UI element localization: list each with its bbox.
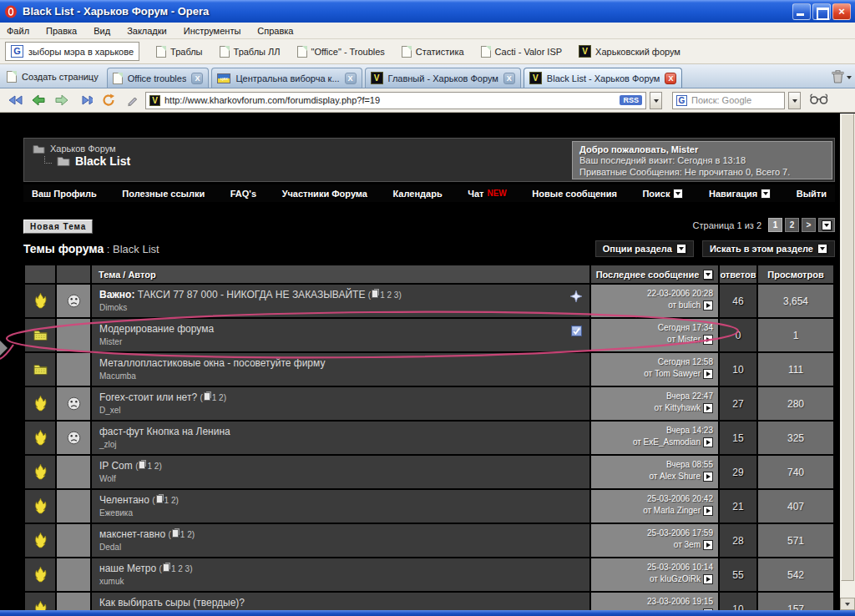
page-button-1[interactable]: 1 <box>768 218 782 232</box>
tab-close-icon[interactable]: X <box>191 73 203 84</box>
topic-title-link[interactable]: Модерирование форума <box>99 323 214 335</box>
fast-forward-button[interactable] <box>75 91 95 109</box>
tab-close-icon[interactable]: X <box>665 73 676 84</box>
last-post-author[interactable]: от kIuGzOiRk <box>650 573 701 585</box>
topic-title-link[interactable]: фаст-фут Кнопка на Ленина <box>99 426 230 437</box>
tab[interactable]: VГлавный - Харьков ФорумX <box>365 68 521 88</box>
trash-dropdown-arrow[interactable] <box>847 76 852 82</box>
last-post-author[interactable]: от bulich <box>668 300 701 311</box>
rss-badge[interactable]: RSS <box>620 95 642 105</box>
menu-item-Закладки[interactable]: Закладки <box>127 26 167 36</box>
forum-nav-Поиск[interactable]: Поиск <box>642 189 683 199</box>
last-post-author[interactable]: от 3em <box>674 539 701 551</box>
forum-nav-Новые сообщения[interactable]: Новые сообщения <box>532 189 617 199</box>
go-to-last-post-icon[interactable] <box>703 403 713 413</box>
bookmark-item[interactable]: Траблы <box>156 46 202 58</box>
menu-item-Файл[interactable]: Файл <box>7 26 29 36</box>
forward-button[interactable] <box>52 91 72 109</box>
tab[interactable]: Office troublesX <box>107 68 210 88</box>
topic-author[interactable]: _zloj <box>99 440 568 449</box>
pagination-dropdown-button[interactable] <box>818 218 835 232</box>
url-field[interactable]: V http://www.kharkovforum.com/forumdispl… <box>145 92 646 109</box>
topic-author[interactable]: Ежевика <box>99 508 568 518</box>
topic-author[interactable]: Wolf <box>99 474 568 483</box>
tab-close-icon[interactable]: X <box>345 73 357 84</box>
topic-title-link[interactable]: IP Com <box>99 460 133 472</box>
last-post-author[interactable]: от ExE_Asmodian <box>633 437 701 448</box>
edit-pencil-icon[interactable] <box>122 91 142 109</box>
menu-item-Справка[interactable]: Справка <box>257 26 293 36</box>
breadcrumb-parent[interactable]: Харьков Форум <box>50 144 116 154</box>
bookmark-item[interactable]: Статистика <box>402 46 464 58</box>
last-post-author[interactable]: от Alex Shure <box>649 471 701 482</box>
topic-author[interactable]: xumuk <box>99 577 568 586</box>
search-field[interactable]: G Поиск: Google <box>672 92 785 109</box>
page-button->[interactable]: > <box>802 218 816 232</box>
go-to-last-post-icon[interactable] <box>703 540 713 550</box>
go-to-last-post-icon[interactable] <box>703 506 713 516</box>
last-post-author[interactable]: от Tom Sawyer <box>644 368 701 380</box>
topic-title-link[interactable]: макснет-гавно <box>99 528 165 540</box>
rewind-button[interactable] <box>5 91 25 109</box>
topic-title-link[interactable]: Металлопластиковые окна - посоветуйте фи… <box>99 357 325 369</box>
header-topic-author[interactable]: Тема / Автор <box>92 265 589 283</box>
header-replies[interactable]: ответов <box>720 265 756 283</box>
trash-icon[interactable] <box>832 70 844 83</box>
topic-title-link[interactable]: ТАКСИ 77 87 000 - НИКОГДА НЕ ЗАКАЗЫВАЙТЕ <box>138 289 366 300</box>
last-post-author[interactable]: от Mister <box>667 334 701 346</box>
last-post-author[interactable]: от Kittyhawk <box>655 402 701 414</box>
tab-close-icon[interactable]: X <box>503 73 515 84</box>
header-last-post[interactable]: Последнее сообщение <box>591 265 718 283</box>
menu-item-Вид[interactable]: Вид <box>94 26 110 36</box>
forum-nav-Навигация[interactable]: Навигация <box>709 189 771 199</box>
tab[interactable]: цвкЦентральна виборча к...X <box>211 68 362 88</box>
topic-author[interactable]: D_xel <box>99 406 568 415</box>
forum-nav-Ваш Профиль[interactable]: Ваш Профиль <box>32 189 97 199</box>
new-topic-button[interactable]: Новая Тема <box>23 220 93 234</box>
go-to-last-post-icon[interactable] <box>703 335 713 345</box>
forum-nav-Выйти[interactable]: Выйти <box>797 189 827 199</box>
tab-active[interactable]: VBlack List - Харьков ФорумX <box>524 68 683 88</box>
last-post-author[interactable]: от Marla Zinger <box>643 505 701 517</box>
menu-item-Инструменты[interactable]: Инструменты <box>184 26 241 36</box>
maximize-button[interactable] <box>812 3 831 20</box>
go-to-last-post-icon[interactable] <box>703 574 713 584</box>
scrollbar-thumb[interactable] <box>841 114 854 581</box>
bookmark-item[interactable]: Gзыборы мэра в харькове <box>5 42 139 61</box>
go-to-last-post-icon[interactable] <box>703 472 713 482</box>
topic-author[interactable]: Dimoks <box>99 303 568 312</box>
page-button-2[interactable]: 2 <box>785 218 799 232</box>
vertical-scrollbar[interactable] <box>840 114 855 610</box>
panel-toggle-arrow[interactable] <box>0 341 8 356</box>
go-to-last-post-icon[interactable] <box>703 300 713 311</box>
forum-nav-Календарь[interactable]: Календарь <box>393 189 443 199</box>
go-to-last-post-icon[interactable] <box>703 437 713 447</box>
topic-title-link[interactable]: Челентано <box>99 494 149 506</box>
bookmark-item[interactable]: VХарьковский форум <box>579 45 680 58</box>
topic-title-link[interactable]: Forex-стоит или нет? <box>99 391 197 403</box>
bookmark-item[interactable]: Cacti - Valor ISP <box>481 46 563 58</box>
bookmark-item[interactable]: "Office" - Troubles <box>297 46 385 58</box>
search-in-forum-button[interactable]: Искать в этом разделе <box>702 240 835 257</box>
go-to-last-post-icon[interactable] <box>703 369 713 379</box>
new-page-button[interactable]: Создать страницу <box>3 71 107 88</box>
minimize-button[interactable] <box>792 3 811 20</box>
topic-title-link[interactable]: Как выбирать сыры (твердые)? <box>99 597 245 608</box>
fit-to-width-glasses-icon[interactable] <box>809 93 829 108</box>
scrollbar-down-button[interactable] <box>840 598 855 610</box>
search-dropdown-button[interactable] <box>788 92 801 109</box>
forum-nav-FAQ's[interactable]: FAQ's <box>230 189 256 199</box>
topic-author[interactable]: Macumba <box>99 371 568 381</box>
menu-item-Правка[interactable]: Правка <box>46 26 77 36</box>
topic-author[interactable]: Mister <box>99 337 568 346</box>
forum-nav-Чат[interactable]: ЧатNEW <box>468 189 507 199</box>
bookmark-item[interactable]: Траблы ЛЛ <box>220 46 281 58</box>
topic-author[interactable]: Dedal <box>99 543 568 552</box>
reload-button[interactable] <box>99 91 119 109</box>
close-button[interactable]: × <box>832 3 851 20</box>
forum-nav-Полезные ссылки[interactable]: Полезные ссылки <box>122 189 205 199</box>
back-button[interactable] <box>28 91 48 109</box>
forum-options-button[interactable]: Опции раздела <box>595 240 694 257</box>
topic-title-link[interactable]: наше Метро <box>99 563 156 574</box>
forum-nav-Участники Форума[interactable]: Участники Форума <box>282 189 367 199</box>
